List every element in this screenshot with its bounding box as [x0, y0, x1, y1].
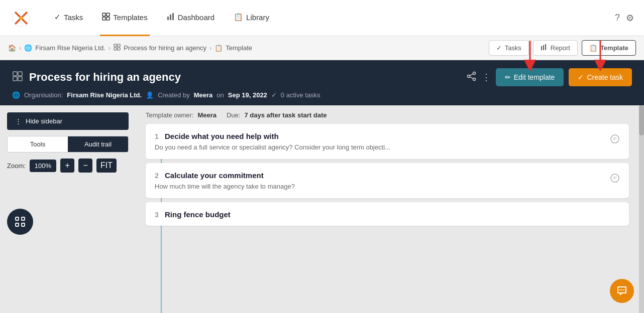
scroll-thumb[interactable] — [639, 105, 644, 135]
bc-report-button[interactable]: Report — [533, 40, 578, 56]
task-title-text: Calculate your commitment — [165, 171, 264, 180]
svg-rect-6 — [102, 17, 105, 20]
breadcrumb-page: Template — [226, 44, 252, 52]
template-bc-icon: 📋 — [214, 44, 223, 52]
breadcrumb-process[interactable]: Process for hiring an agency — [124, 44, 206, 52]
edit-template-button[interactable]: ✏ Edit template — [496, 68, 564, 86]
breadcrumb-org[interactable]: Firsam Rise Nigeria Ltd. — [35, 44, 105, 52]
main-area: ⋮ Hide sidebar Tools Audit trail Zoom: 1… — [0, 105, 644, 313]
svg-point-25 — [467, 75, 470, 77]
svg-rect-14 — [118, 48, 120, 50]
bc-report-icon — [541, 44, 548, 52]
svg-point-24 — [473, 78, 475, 80]
svg-line-26 — [470, 74, 473, 75]
svg-rect-22 — [18, 77, 22, 81]
sidebar-toggle-icon: ⋮ — [15, 117, 22, 125]
breadcrumb-action-buttons: ✓ Tasks Report 📋 Template — [489, 40, 636, 56]
bc-template-icon: 📋 — [589, 44, 597, 52]
task-title-text: Ring fence budget — [165, 210, 231, 219]
task-number: 2 — [155, 172, 159, 180]
svg-rect-17 — [545, 44, 546, 50]
tools-tab[interactable]: Tools — [8, 136, 68, 152]
svg-rect-19 — [13, 72, 17, 76]
org-meta-icon: 🌐 — [12, 91, 20, 99]
task-title-text: Decide what you need help with — [165, 132, 279, 140]
share-button[interactable] — [467, 71, 477, 84]
bc-tasks-icon: ✓ — [496, 44, 502, 52]
nav-dashboard[interactable]: Dashboard — [165, 0, 217, 36]
bc-tasks-button[interactable]: ✓ Tasks — [489, 40, 529, 56]
nav-library[interactable]: 📋 Library — [232, 0, 271, 36]
svg-point-36 — [619, 289, 620, 290]
sidebar: ⋮ Hide sidebar Tools Audit trail Zoom: 1… — [0, 105, 136, 313]
hide-sidebar-button[interactable]: ⋮ Hide sidebar — [7, 112, 129, 130]
edit-icon: ✏ — [505, 73, 511, 81]
process-icon — [114, 44, 121, 52]
svg-rect-9 — [170, 15, 171, 20]
template-owner-name: Meera — [197, 111, 217, 119]
comment-icon[interactable] — [610, 134, 620, 146]
svg-rect-20 — [18, 72, 22, 76]
svg-point-34 — [611, 135, 619, 143]
svg-rect-30 — [16, 217, 19, 220]
bc-template-button[interactable]: 📋 Template — [582, 40, 636, 56]
scrollbar[interactable] — [639, 105, 644, 313]
chat-button[interactable] — [610, 279, 634, 303]
help-icon[interactable]: ? — [615, 13, 620, 23]
active-tasks-check: ✓ — [271, 91, 277, 99]
create-task-check-icon: ✓ — [578, 73, 584, 81]
svg-rect-8 — [167, 17, 169, 20]
zoom-fit-button[interactable]: FIT — [96, 159, 117, 173]
settings-icon[interactable]: ⚙ — [626, 13, 634, 24]
page-header: Process for hiring an agency ⋮ ✏ Edit te… — [0, 60, 644, 105]
svg-rect-5 — [106, 13, 110, 16]
home-icon[interactable]: 🏠 — [8, 44, 16, 52]
svg-rect-33 — [22, 223, 25, 226]
svg-point-3 — [19, 16, 23, 20]
org-name: Firsam Rise Nigeria Ltd. — [67, 91, 142, 99]
audit-trail-tab[interactable]: Audit trail — [68, 136, 128, 152]
org-icon: 🌐 — [24, 44, 32, 52]
sidebar-tabs: Tools Audit trail — [7, 136, 129, 152]
svg-rect-32 — [16, 223, 19, 226]
tasks-check-icon: ✓ — [54, 13, 61, 22]
more-options-button[interactable]: ⋮ — [482, 72, 491, 83]
user-meta-icon: 👤 — [146, 91, 154, 99]
top-navigation: ✓ Tasks Templates Dashboard 📋 Library ? … — [0, 0, 644, 36]
svg-rect-10 — [172, 13, 174, 20]
content-area: Template owner: Meera Due: 7 days after … — [136, 105, 639, 313]
template-meta-bar: Template owner: Meera Due: 7 days after … — [146, 105, 629, 124]
svg-line-27 — [470, 77, 473, 78]
nav-tasks[interactable]: ✓ Tasks — [52, 0, 85, 36]
task-number: 1 — [155, 132, 159, 140]
nav-right-actions: ? ⚙ — [615, 13, 634, 24]
task-number: 3 — [155, 211, 159, 219]
create-task-button[interactable]: ✓ Create task — [569, 68, 632, 86]
active-tasks-count: 0 active tasks — [281, 91, 320, 99]
page-meta: 🌐 Organisation: Firsam Rise Nigeria Ltd.… — [12, 91, 632, 99]
zoom-plus-button[interactable]: + — [60, 159, 74, 173]
comment-icon[interactable] — [610, 173, 620, 186]
svg-rect-7 — [106, 17, 110, 20]
fullscreen-button[interactable] — [7, 209, 33, 235]
task-description: Do you need a full service or specialist… — [155, 143, 604, 151]
zoom-minus-button[interactable]: − — [78, 159, 92, 173]
task-card: 2 Calculate your commitment How much tim… — [146, 163, 629, 198]
svg-rect-18 — [547, 46, 548, 47]
dashboard-icon — [167, 13, 175, 22]
svg-rect-12 — [118, 44, 120, 47]
breadcrumb-bar: 🏠 › 🌐 Firsam Rise Nigeria Ltd. › Process… — [0, 36, 644, 60]
nav-templates[interactable]: Templates — [100, 0, 149, 36]
svg-rect-21 — [13, 77, 17, 81]
svg-rect-16 — [543, 45, 544, 50]
svg-rect-11 — [114, 44, 117, 47]
svg-point-35 — [611, 174, 619, 182]
library-icon: 📋 — [234, 13, 243, 22]
templates-icon — [102, 13, 110, 22]
zoom-label: Zoom: — [7, 162, 26, 170]
creator-name: Meera — [194, 91, 213, 99]
zoom-value: 100% — [30, 160, 56, 172]
task-description: How much time will the agency take to ma… — [155, 183, 604, 190]
app-logo[interactable] — [10, 7, 32, 29]
svg-point-38 — [623, 289, 624, 290]
